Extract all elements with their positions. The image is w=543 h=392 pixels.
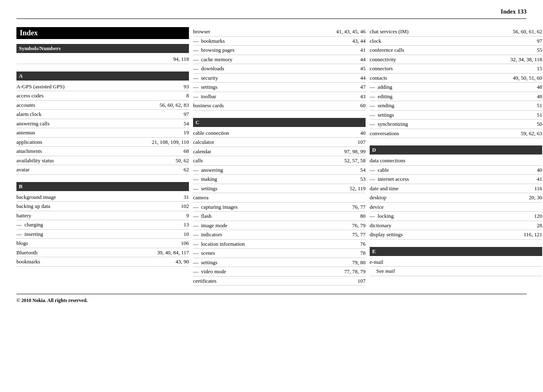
section-symbols: Symbols/Numbers — [16, 44, 189, 53]
entry-see-mail: See mail — [370, 267, 542, 276]
sub-label: — editing — [370, 92, 393, 101]
entry-contacts-sending: — sending 51 — [370, 101, 542, 111]
entry-label: display settings — [370, 231, 403, 239]
entry-desktop: desktop 20, 30 — [370, 193, 542, 203]
entry-conversations: conversations 59, 62, 63 — [370, 129, 542, 138]
entry-browser-bookmarks: — bookmarks 43, 44 — [193, 37, 366, 46]
entry-label: answering calls — [16, 120, 50, 128]
entry-label: cable connection — [193, 129, 229, 137]
entry-label: alarm clock — [16, 110, 41, 118]
sub-page: 75, 77 — [352, 231, 366, 239]
sub-page: 53 — [360, 175, 366, 183]
entry-bluetooth: Bluetooth 39, 40, 84, 117 — [16, 248, 189, 258]
sub-page: 48 — [537, 83, 542, 91]
sub-label: — image mode — [193, 221, 227, 230]
col2: browser 41, 43, 45, 46 — bookmarks 43, 4… — [193, 27, 366, 286]
entry-label: desktop — [370, 194, 386, 202]
entry-calls-answering: — answering 54 — [193, 166, 366, 175]
entry-page: 116 — [534, 184, 542, 193]
sub-label: — making — [193, 175, 217, 183]
entry-internet-access: — internet access 41 — [370, 175, 542, 184]
entry-label: accounts — [16, 101, 35, 109]
sub-label: — sending — [370, 101, 394, 110]
page-footer: © 2010 Nokia. All rights reserved. — [16, 294, 527, 304]
entry-page: 97 — [184, 110, 189, 118]
index-title-box: Index — [16, 27, 189, 39]
entry-label: browser — [193, 28, 210, 36]
entry-cache-memory: — cache memory 44 — [193, 55, 366, 65]
entry-contacts-sync: — synchronizing 50 — [370, 120, 542, 129]
sub-page: 40 — [537, 166, 542, 174]
entry-page: 32, 34, 38, 118 — [510, 55, 542, 64]
entry-contacts-adding: — adding 48 — [370, 83, 542, 92]
sub-label: — adding — [370, 83, 392, 91]
footer-text: © 2010 Nokia. All rights reserved. — [16, 297, 87, 303]
entry-connectivity: connectivity 32, 34, 38, 118 — [370, 55, 542, 65]
entry-symbols-numbers: 94, 118 — [16, 55, 189, 64]
entry-locking: — locking 120 — [370, 212, 542, 221]
sub-label: — video mode — [193, 267, 226, 276]
entry-label: Bluetooth — [16, 249, 37, 257]
entry-browsing-pages: — browsing pages 41 — [193, 46, 366, 55]
entry-access-codes: access codes 8 — [16, 91, 189, 101]
sub-label: — internet access — [370, 175, 409, 183]
entry-label: backing up data — [16, 202, 50, 210]
sub-page: 52, 119 — [350, 184, 366, 193]
entry-camera: camera — [193, 193, 366, 203]
entry-label: connectors — [370, 65, 393, 73]
italic-mail: mail — [385, 268, 395, 274]
sub-label: — capturing images — [193, 203, 238, 211]
sub-page: 43, 44 — [352, 37, 366, 45]
sub-label: — charging — [16, 221, 43, 229]
entry-cable-connection: cable connection 40 — [193, 129, 366, 138]
entry-backing-up: backing up data 102 — [16, 202, 189, 211]
entry-page: 107 — [358, 138, 366, 146]
entry-flash: — flash 80 — [193, 212, 366, 221]
entry-date-time: date and time 116 — [370, 184, 542, 194]
page-container: Index 133 Index Symbols/Numbers 94, 118 … — [0, 0, 543, 316]
entry-page: 15 — [537, 65, 542, 73]
entry-page: 41, 43, 45, 46 — [336, 28, 366, 36]
section-a: A — [16, 71, 189, 81]
entry-page: 43, 90 — [176, 258, 189, 266]
sub-page: 76 — [360, 240, 366, 248]
entry-label: conference calls — [370, 46, 404, 54]
sub-page: 51 — [537, 111, 542, 119]
sub-page: 54 — [360, 166, 366, 174]
sub-page: 78 — [360, 249, 366, 257]
sub-label: — locking — [370, 212, 394, 220]
sub-page: 120 — [534, 212, 543, 220]
entry-antennas: antennas 19 — [16, 128, 189, 138]
entry-label: camera — [193, 194, 209, 202]
entry-label: battery — [16, 212, 31, 220]
entry-calculator: calculator 107 — [193, 138, 366, 147]
entry-label: chat services (IM) — [370, 28, 409, 36]
entry-label: access codes — [16, 92, 44, 100]
entry-calls: calls 52, 57, 58 — [193, 156, 366, 166]
entry-applications: applications 21, 108, 109, 110 — [16, 138, 189, 147]
entry-calls-settings: — settings 52, 119 — [193, 184, 366, 194]
entry-page: 21, 108, 109, 110 — [152, 138, 189, 146]
sub-page: 48 — [537, 92, 542, 101]
entry-page: 28 — [537, 221, 542, 230]
entry-background-image: background image 31 — [16, 193, 189, 202]
page-header: Index 133 — [16, 8, 527, 19]
sub-page: 13 — [184, 221, 189, 229]
entry-label: attachments — [16, 147, 42, 155]
sub-label: — settings — [193, 184, 217, 193]
entry-label: calls — [193, 157, 203, 165]
entry-availability: availability status 50, 62 — [16, 156, 189, 166]
entry-page: 52, 57, 58 — [344, 157, 366, 165]
entry-page: 40 — [360, 129, 366, 137]
sub-label: — scenes — [193, 249, 215, 257]
entry-certificates: certificates 107 — [193, 277, 366, 286]
entry-accounts: accounts 56, 60, 62, 83 — [16, 101, 189, 110]
sub-label: — security — [193, 74, 218, 82]
entry-page: 62 — [184, 166, 189, 174]
sub-page: 44 — [360, 74, 366, 82]
sub-page: 10 — [184, 230, 189, 238]
entry-security: — security 44 — [193, 74, 366, 83]
sub-page: 41 — [537, 175, 542, 183]
entry-business-cards: business cards 60 — [193, 101, 366, 111]
entry-page: 93 — [184, 83, 189, 91]
